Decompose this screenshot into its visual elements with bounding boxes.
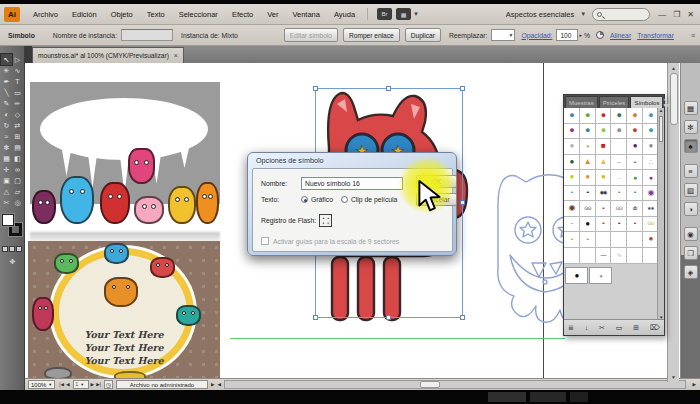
status-arrow-icon[interactable]: ▶ bbox=[211, 382, 215, 387]
paintbrush-tool[interactable]: ✏ bbox=[12, 98, 23, 109]
symbol-thumbnail[interactable] bbox=[627, 248, 643, 264]
selection-handle[interactable] bbox=[386, 315, 391, 320]
selection-handle[interactable] bbox=[386, 86, 391, 91]
symbol-thumbnail[interactable]: •• bbox=[627, 217, 643, 233]
replace-dropdown[interactable]: ▼ bbox=[491, 29, 515, 41]
symbol-thumbnail[interactable]: -- bbox=[564, 217, 580, 233]
collapse-panel-icon[interactable]: ≡ bbox=[691, 32, 695, 39]
blob-brush-tool[interactable]: ◐ bbox=[1, 109, 12, 120]
symbol-thumbnail[interactable]: ■ bbox=[596, 139, 612, 155]
scrollbar-thumb[interactable] bbox=[420, 381, 440, 388]
scale-guides-checkbox[interactable] bbox=[261, 237, 269, 245]
symbol-thumbnail[interactable]: ● bbox=[627, 139, 643, 155]
symbol-thumbnail[interactable]: ● bbox=[565, 267, 588, 284]
break-link-button[interactable]: Romper enlace bbox=[343, 28, 400, 42]
symbol-thumbnail[interactable]: ◉ bbox=[564, 201, 580, 217]
symbol-thumbnail[interactable]: ∿ bbox=[611, 248, 627, 264]
scroll-up-icon[interactable]: ▲ bbox=[668, 65, 679, 71]
symbol-thumbnail[interactable]: •• bbox=[611, 217, 627, 233]
zoom-tool[interactable]: ◎ bbox=[12, 197, 23, 208]
symbol-thumbnail[interactable]: ‥ bbox=[611, 170, 627, 186]
selection-handle[interactable] bbox=[460, 86, 465, 91]
panel-scrollbar[interactable]: ▲ ▼ bbox=[657, 108, 664, 321]
status-indicator[interactable]: Archivo no administrado bbox=[116, 380, 208, 389]
symbol-thumbnail[interactable]: ● bbox=[580, 124, 596, 140]
symbol-thumbnail[interactable]: •• bbox=[611, 186, 627, 202]
symbol-thumbnail[interactable]: ● bbox=[580, 170, 596, 186]
symbol-thumbnail[interactable]: •• bbox=[627, 155, 643, 171]
last-page-button[interactable]: ▶| bbox=[96, 382, 101, 387]
symbol-thumbnail[interactable]: ▲ bbox=[580, 155, 596, 171]
symbol-thumbnail[interactable] bbox=[627, 232, 643, 248]
guide-line[interactable] bbox=[230, 338, 565, 339]
tab-simbolos[interactable]: Símbolos bbox=[630, 96, 663, 108]
rectangle-tool[interactable]: ▭ bbox=[12, 87, 23, 98]
symbol-thumbnail[interactable]: ● bbox=[564, 155, 580, 171]
prev-page-button[interactable]: ◀ bbox=[66, 382, 70, 387]
search-input[interactable] bbox=[592, 8, 650, 21]
symbol-thumbnail[interactable]: •• bbox=[580, 186, 596, 202]
menu-edicion[interactable]: Edición bbox=[65, 10, 104, 19]
symbols-panel-icon[interactable]: ♠ bbox=[684, 139, 698, 153]
eyedropper-tool[interactable]: ✛ bbox=[1, 164, 12, 175]
panel-menu-icon[interactable]: ▾≡ bbox=[663, 102, 669, 108]
scroll-down-icon[interactable]: ▼ bbox=[668, 374, 679, 380]
movie-clip-radio[interactable] bbox=[341, 196, 348, 203]
horizontal-scrollbar[interactable] bbox=[224, 380, 686, 389]
symbol-thumbnail[interactable]: •• bbox=[596, 217, 612, 233]
selection-handle[interactable] bbox=[313, 315, 318, 320]
selection-handle[interactable] bbox=[313, 86, 318, 91]
live-paint-selection-tool[interactable]: ▢ bbox=[12, 175, 23, 186]
symbol-options-icon[interactable]: ▭ bbox=[616, 324, 623, 332]
symbol-thumbnail[interactable]: ● bbox=[564, 124, 580, 140]
symbol-sprayer-tool[interactable]: ✻ bbox=[1, 142, 12, 153]
fill-swatch[interactable] bbox=[2, 214, 14, 226]
scrollbar-thumb[interactable] bbox=[659, 116, 663, 142]
selection-tool[interactable]: ↖ bbox=[1, 54, 12, 65]
minimize-button[interactable]: — bbox=[658, 10, 666, 19]
scroll-up-icon[interactable]: ▲ bbox=[659, 108, 663, 113]
width-tool[interactable]: ≈ bbox=[1, 131, 12, 142]
pen-tool[interactable]: ✒ bbox=[1, 76, 12, 87]
next-page-button[interactable]: ▶ bbox=[91, 382, 95, 387]
first-page-button[interactable]: |◀ bbox=[59, 382, 64, 387]
symbol-libraries-icon[interactable]: ≣ bbox=[568, 324, 574, 332]
menu-efecto[interactable]: Efecto bbox=[225, 10, 260, 19]
color-panel-icon[interactable]: ▦ bbox=[684, 101, 698, 115]
artboard-tool[interactable]: ▱ bbox=[12, 186, 23, 197]
symbol-thumbnail[interactable]: •• bbox=[627, 186, 643, 202]
symbol-thumbnail[interactable]: •• bbox=[596, 201, 612, 217]
type-tool[interactable]: T bbox=[12, 76, 23, 87]
menu-objeto[interactable]: Objeto bbox=[104, 10, 140, 19]
menu-texto[interactable]: Texto bbox=[140, 10, 172, 19]
tab-muestras[interactable]: Muestras bbox=[565, 96, 598, 108]
rotate-tool[interactable]: ↻ bbox=[1, 120, 12, 131]
graph-tool[interactable]: ▤ bbox=[12, 142, 23, 153]
symbol-thumbnail[interactable]: ● bbox=[627, 108, 643, 124]
duplicate-button[interactable]: Duplicar bbox=[405, 28, 441, 42]
symbol-thumbnail[interactable]: ● bbox=[611, 124, 627, 140]
symbol-thumbnail[interactable]: ● bbox=[627, 170, 643, 186]
symbol-thumbnail[interactable] bbox=[611, 232, 627, 248]
symbol-thumbnail[interactable] bbox=[596, 232, 612, 248]
slice-tool[interactable]: ✂ bbox=[1, 197, 12, 208]
lasso-tool[interactable]: ∿ bbox=[12, 65, 23, 76]
layers-panel-icon[interactable]: ◈ bbox=[684, 265, 698, 279]
transparency-panel-icon[interactable]: ◑ bbox=[684, 202, 698, 216]
symbol-thumbnail[interactable]: — bbox=[596, 248, 612, 264]
fill-stroke-swatches[interactable] bbox=[2, 214, 23, 240]
menu-ver[interactable]: Ver bbox=[260, 10, 285, 19]
opacity-input[interactable]: 100 bbox=[556, 29, 578, 41]
symbol-thumbnail[interactable]: ● bbox=[596, 124, 612, 140]
scroll-right-icon[interactable]: ▶ bbox=[692, 382, 696, 387]
line-tool[interactable]: ╲ bbox=[1, 87, 12, 98]
page-number-dropdown[interactable]: 1 ▼ bbox=[73, 380, 89, 389]
registration-grid-icon[interactable] bbox=[319, 214, 332, 227]
gradient-panel-icon[interactable]: ▧ bbox=[684, 183, 698, 197]
canvas-vertical-scrollbar[interactable]: ▲ ▼ bbox=[667, 63, 679, 382]
perspective-grid-tool[interactable]: △ bbox=[1, 186, 12, 197]
selection-handle[interactable] bbox=[460, 200, 465, 205]
symbol-sprayer-panel-icon[interactable]: ✻ bbox=[684, 120, 698, 134]
menu-archivo[interactable]: Archivo bbox=[26, 10, 65, 19]
restore-button[interactable]: ❐ bbox=[673, 10, 680, 19]
